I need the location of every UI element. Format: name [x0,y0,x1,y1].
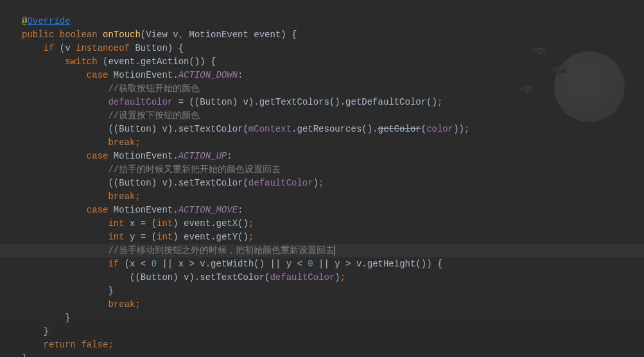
constant: ACTION_UP [178,151,227,161]
comma: , [178,30,184,40]
text: ((Button) v).setTextColor( [108,178,248,188]
comment: //设置按下按钮的颜色 [108,110,200,121]
text: || y > v.getHeight()) { [313,259,443,269]
text: ((Button) v).setTextColor( [108,124,248,134]
brace: } [65,313,70,323]
text: (event.getAction()) { [98,57,216,67]
brace: } [44,326,49,336]
keyword-break: break [108,191,135,202]
annotation-override: Override [27,16,70,26]
keyword-case: case [87,205,109,215]
text: ) event.getX() [173,218,248,229]
semicolon: ; [108,340,113,350]
code-line: //抬手的时候又重新把开始的颜色设置回去 [22,163,644,177]
text: Button) { [130,43,184,53]
deprecated-method: getColor [378,124,421,134]
code-line: defaultColor = ((Button) v).getTextColor… [22,96,644,109]
keyword-if: if [44,43,55,53]
code-line: int x = (int) event.getX(); [22,217,644,231]
text: MotionEvent. [108,70,178,80]
text: ) event.getY() [173,232,248,242]
colon: : [238,205,243,215]
code-line: ((Button) v).setTextColor(mContext.getRe… [22,123,644,136]
code-line: case MotionEvent.ACTION_DOWN: [22,69,644,82]
code-line: if (x < 0 || x > v.getWidth() || y < 0 |… [22,257,644,271]
comment: //当手移动到按钮之外的时候，把初始颜色重新设置回去 [108,245,335,256]
keyword-public: public [22,30,54,40]
text: MotionEvent. [108,151,178,161]
keyword-return: return [44,340,76,350]
keyword-boolean: boolean [60,30,98,40]
text: MotionEvent. [108,205,178,215]
params: (View v [141,30,178,40]
text: )) [453,124,464,134]
code-line: break; [22,298,644,311]
cursor [335,245,335,256]
code-line: } [22,311,644,325]
semicolon: ; [135,191,140,202]
code-line: ((Button) v).setTextColor(defaultColor); [22,271,644,284]
colon: : [227,151,232,161]
code-line: break; [22,190,644,204]
text: ((Button) v).setTextColor( [130,272,270,283]
keyword-int: int [157,232,173,242]
field: defaultColor [108,97,173,107]
field: defaultColor [248,178,313,188]
field: color [426,124,453,134]
constant: ACTION_DOWN [178,70,238,80]
number: 0 [308,259,313,269]
comment: //获取按钮开始的颜色 [108,83,200,94]
keyword-int: int [108,232,124,242]
brace: } [108,286,113,296]
text: .getResources(). [292,124,378,134]
semicolon: ; [318,178,324,188]
semicolon: ; [248,232,254,242]
brace: } [22,353,27,357]
semicolon: ; [135,299,140,309]
field: mContext [248,124,292,134]
semicolon: ; [340,272,345,283]
keyword-int: int [157,218,173,229]
field: defaultColor [270,272,335,283]
keyword-if: if [108,259,119,269]
constant: ACTION_MOVE [178,205,238,215]
keyword-false: false [76,340,108,350]
code-line: } [22,352,644,357]
code-line: case MotionEvent.ACTION_MOVE: [22,204,644,217]
colon: : [238,70,243,80]
code-line: public boolean onTouch(View v, MotionEve… [22,28,644,42]
code-line: break; [22,136,644,150]
keyword-instanceof: instanceof [76,43,130,53]
keyword-break: break [108,137,135,148]
comment: //抬手的时候又重新把开始的颜色设置回去 [108,164,281,175]
code-line: } [22,325,644,338]
code-line: //设置按下按钮的颜色 [22,109,644,123]
params: MotionEvent event) [184,30,286,40]
code-line: case MotionEvent.ACTION_UP: [22,150,644,163]
semicolon: ; [248,218,254,229]
keyword-switch: switch [65,57,97,67]
code-line: @Override [22,15,644,28]
keyword-int: int [108,218,124,229]
brace: { [286,30,297,40]
method-name: onTouch [103,30,141,40]
keyword-break: break [108,299,135,309]
number: 0 [152,259,157,269]
code-line: //获取按钮开始的颜色 [22,82,644,96]
text: y = ( [125,232,157,242]
code-line-highlighted: //当手移动到按钮之外的时候，把初始颜色重新设置回去 [0,244,644,257]
code-line: if (v instanceof Button) { [22,42,644,55]
keyword-case: case [87,151,109,161]
semicolon: ; [135,137,140,148]
text: (v [54,43,76,53]
code-editor[interactable]: @Override public boolean onTouch(View v,… [22,15,644,357]
text: = ((Button) v).getTextColors().getDefaul… [173,97,437,107]
semicolon: ; [464,124,469,134]
code-line: switch (event.getAction()) { [22,55,644,69]
text: ) [313,178,318,188]
code-line: } [22,284,644,298]
text: x = ( [125,218,157,229]
text: || x > v.getWidth() || y < [157,259,308,269]
text: (x < [119,259,151,269]
code-line: int y = (int) event.getY(); [22,231,644,244]
